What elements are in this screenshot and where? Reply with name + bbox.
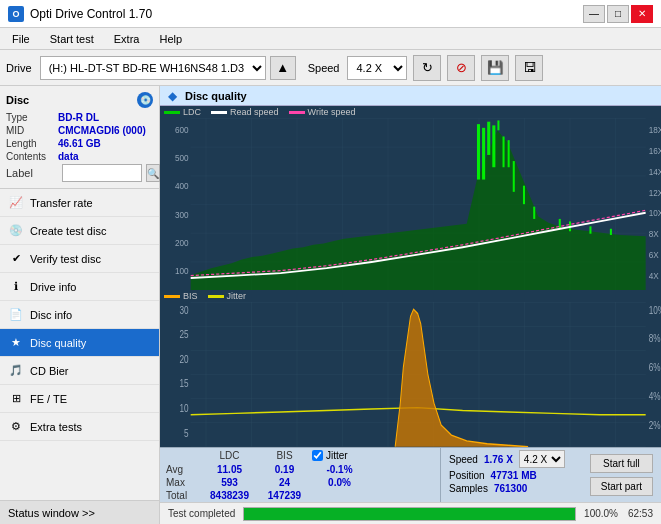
transfer-rate-icon: 📈 xyxy=(8,195,24,211)
disc-section-label: Disc xyxy=(6,94,29,106)
samples-val: 761300 xyxy=(494,483,527,494)
bottom-chart-svg: 30 25 20 15 10 5 10% 8% 6% 4% 2% 0.0 xyxy=(160,302,661,447)
svg-text:400: 400 xyxy=(175,181,189,192)
sidebar-item-disc-quality[interactable]: ★ Disc quality xyxy=(0,329,159,357)
svg-text:10X: 10X xyxy=(649,208,661,219)
sidebar-item-label-drive-info: Drive info xyxy=(30,281,76,293)
speed-row-select[interactable]: 4.2 X xyxy=(519,450,565,468)
charts-wrapper: LDC Read speed Write speed xyxy=(160,106,661,447)
svg-text:15: 15 xyxy=(180,377,189,390)
start-full-button[interactable]: Start full xyxy=(590,454,653,473)
toolbar: Drive (H:) HL-DT-ST BD-RE WH16NS48 1.D3 … xyxy=(0,50,661,86)
jitter-checkbox[interactable] xyxy=(312,450,323,461)
top-chart-svg: 600 500 400 300 200 100 18X 16X 14X 12X … xyxy=(160,118,661,290)
legend-write-speed: Write speed xyxy=(289,107,356,117)
svg-text:4%: 4% xyxy=(649,390,661,403)
burn-button[interactable]: 💾 xyxy=(481,55,509,81)
svg-rect-39 xyxy=(589,226,591,233)
max-label: Max xyxy=(166,477,202,488)
sidebar-status-text: Status window >> xyxy=(8,507,95,519)
top-chart: LDC Read speed Write speed xyxy=(160,106,661,290)
avg-bis: 0.19 xyxy=(257,464,312,475)
sidebar-item-label-cd-bier: CD Bier xyxy=(30,365,69,377)
svg-rect-30 xyxy=(492,125,495,167)
ldc-legend-label: LDC xyxy=(183,107,201,117)
title-bar: O Opti Drive Control 1.70 — □ ✕ xyxy=(0,0,661,28)
menu-bar: File Start test Extra Help xyxy=(0,28,661,50)
disc-label-row: Label 🔍 xyxy=(6,164,153,182)
speed-position-section: Speed 1.76 X 4.2 X Position 47731 MB Sam… xyxy=(440,448,573,502)
refresh-button[interactable]: ↻ xyxy=(413,55,441,81)
write-speed-legend-label: Write speed xyxy=(308,107,356,117)
disc-quality-title: Disc quality xyxy=(185,90,247,102)
sidebar-item-fe-te[interactable]: ⊞ FE / TE xyxy=(0,385,159,413)
sidebar-status[interactable]: Status window >> xyxy=(0,500,159,524)
sidebar-item-verify-test-disc[interactable]: ✔ Verify test disc xyxy=(0,245,159,273)
title-bar-left: O Opti Drive Control 1.70 xyxy=(8,6,152,22)
disc-length-key: Length xyxy=(6,138,58,149)
sidebar-item-create-test-disc[interactable]: 💿 Create test disc xyxy=(0,217,159,245)
eject-button[interactable]: ▲ xyxy=(270,56,296,80)
speed-label: Speed xyxy=(308,62,340,74)
avg-ldc: 11.05 xyxy=(202,464,257,475)
disc-label-key: Label xyxy=(6,167,58,179)
bis-legend-color xyxy=(164,295,180,298)
sidebar-item-transfer-rate[interactable]: 📈 Transfer rate xyxy=(0,189,159,217)
sidebar-item-extra-tests[interactable]: ⚙ Extra tests xyxy=(0,413,159,441)
close-button[interactable]: ✕ xyxy=(631,5,653,23)
ldc-legend-color xyxy=(164,111,180,114)
menu-file[interactable]: File xyxy=(4,31,38,47)
cd-bier-icon: 🎵 xyxy=(8,363,24,379)
start-buttons: Start full Start part xyxy=(582,448,661,502)
drive-select[interactable]: (H:) HL-DT-ST BD-RE WH16NS48 1.D3 xyxy=(40,56,266,80)
maximize-button[interactable]: □ xyxy=(607,5,629,23)
sidebar-item-cd-bier[interactable]: 🎵 CD Bier xyxy=(0,357,159,385)
speed-select[interactable]: 4.2 X xyxy=(347,56,407,80)
save-button[interactable]: 🖫 xyxy=(515,55,543,81)
create-test-disc-icon: 💿 xyxy=(8,223,24,239)
sidebar: Disc 💿 Type BD-R DL MID CMCMAGDI6 (000) … xyxy=(0,86,160,524)
stats-table: LDC BIS Jitter Avg 11.05 0.19 -0.1% Max … xyxy=(160,448,440,502)
svg-text:10: 10 xyxy=(180,402,189,415)
stats-total-row: Total 8438239 147239 xyxy=(160,489,440,502)
stats-header-row: LDC BIS Jitter xyxy=(160,448,440,463)
svg-text:2%: 2% xyxy=(649,419,661,432)
svg-rect-33 xyxy=(508,140,510,167)
speed-row: Speed 1.76 X 4.2 X xyxy=(449,450,565,468)
legend-bis: BIS xyxy=(164,291,198,301)
total-label: Total xyxy=(166,490,202,501)
nav-items: 📈 Transfer rate 💿 Create test disc ✔ Ver… xyxy=(0,189,159,500)
disc-label-browse[interactable]: 🔍 xyxy=(146,164,160,182)
erase-button[interactable]: ⊘ xyxy=(447,55,475,81)
minimize-button[interactable]: — xyxy=(583,5,605,23)
start-part-button[interactable]: Start part xyxy=(590,477,653,496)
sidebar-item-drive-info[interactable]: ℹ Drive info xyxy=(0,273,159,301)
svg-text:16X: 16X xyxy=(649,145,661,156)
svg-text:8X: 8X xyxy=(649,229,659,240)
sidebar-item-label-disc-info: Disc info xyxy=(30,309,72,321)
disc-quality-header: ◆ Disc quality xyxy=(160,86,661,106)
menu-extra[interactable]: Extra xyxy=(106,31,148,47)
sidebar-item-label-disc-quality: Disc quality xyxy=(30,337,86,349)
disc-length-row: Length 46.61 GB xyxy=(6,138,153,149)
sidebar-item-label-fe-te: FE / TE xyxy=(30,393,67,405)
menu-help[interactable]: Help xyxy=(151,31,190,47)
svg-text:6%: 6% xyxy=(649,361,661,374)
position-row: Position 47731 MB xyxy=(449,470,565,481)
legend-ldc: LDC xyxy=(164,107,201,117)
fe-te-icon: ⊞ xyxy=(8,391,24,407)
max-ldc: 593 xyxy=(202,477,257,488)
stats-bis-header: BIS xyxy=(257,450,312,461)
drive-info-icon: ℹ xyxy=(8,279,24,295)
svg-rect-37 xyxy=(559,219,561,229)
disc-contents-key: Contents xyxy=(6,151,58,162)
svg-text:10%: 10% xyxy=(649,304,661,317)
sidebar-item-disc-info[interactable]: 📄 Disc info xyxy=(0,301,159,329)
sidebar-item-label-extra: Extra tests xyxy=(30,421,82,433)
top-chart-legend: LDC Read speed Write speed xyxy=(160,106,661,118)
time-text: 62:53 xyxy=(618,508,653,519)
disc-label-input[interactable] xyxy=(62,164,142,182)
read-speed-legend-label: Read speed xyxy=(230,107,279,117)
disc-length-val: 46.61 GB xyxy=(58,138,101,149)
menu-start-test[interactable]: Start test xyxy=(42,31,102,47)
